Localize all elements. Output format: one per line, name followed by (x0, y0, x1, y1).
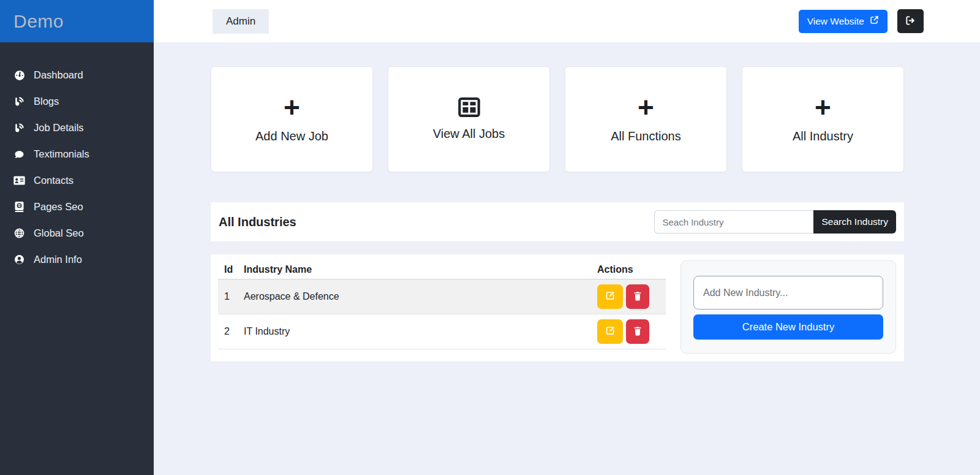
sidebar-item-label: Contacts (34, 175, 74, 186)
delete-industry-button[interactable] (626, 319, 649, 344)
topbar-actions: View Website (799, 9, 924, 33)
comment-icon (13, 149, 25, 159)
card-label: View All Jobs (433, 127, 505, 141)
sidebar-item-admin-info[interactable]: Admin Info (0, 246, 154, 273)
plus-icon: + (815, 95, 831, 120)
industry-id: 2 (218, 326, 239, 337)
edit-industry-button[interactable] (597, 284, 623, 309)
row-actions (597, 284, 666, 309)
sidebar-item-textimonials[interactable]: Textimonials (0, 141, 154, 167)
industry-name: IT Industry (239, 326, 597, 337)
search-industry-button[interactable]: Search Industry (813, 210, 896, 234)
table-row: 2 IT Industry (218, 314, 666, 349)
sidebar-item-label: Blogs (34, 96, 59, 107)
external-link-icon (870, 15, 879, 27)
sidebar-nav: Dashboard Blogs Job Details Textimonials (0, 42, 154, 273)
globe-icon (13, 228, 25, 238)
row-actions (597, 319, 666, 344)
industry-id: 1 (218, 291, 239, 302)
table-icon (458, 97, 480, 117)
view-website-label: View Website (807, 16, 864, 27)
header-actions: Actions (597, 264, 666, 275)
sidebar-item-label: Dashboard (34, 69, 83, 81)
edit-icon (605, 325, 616, 338)
address-card-icon (13, 175, 25, 186)
sidebar-item-label: Textimonials (34, 148, 89, 160)
sidebar-item-dashboard[interactable]: Dashboard (0, 62, 154, 88)
card-label: Add New Job (255, 129, 328, 143)
sidebar-item-label: Admin Info (34, 254, 82, 265)
atlas-icon (13, 202, 25, 212)
shortcut-cards: + Add New Job View All Jobs + All Functi… (211, 66, 904, 172)
sidebar-item-blogs[interactable]: Blogs (0, 88, 154, 115)
plus-icon: + (284, 95, 300, 120)
card-label: All Industry (793, 129, 853, 143)
main-content: + Add New Job View All Jobs + All Functi… (154, 42, 980, 475)
create-new-industry-button[interactable]: Create New Industry (693, 314, 883, 340)
trash-icon (633, 326, 642, 338)
sign-out-icon (905, 15, 916, 28)
admin-breadcrumb[interactable]: Admin (213, 9, 269, 34)
sidebar-item-label: Job Details (34, 122, 84, 134)
brand-header: Demo (0, 0, 154, 42)
sidebar-item-label: Pages Seo (34, 201, 83, 213)
view-website-button[interactable]: View Website (799, 10, 888, 33)
section-title: All Industries (219, 215, 296, 229)
header-id: Id (218, 264, 239, 275)
header-industry-name: Industry Name (239, 264, 597, 275)
brand-title: Demo (13, 11, 64, 32)
table-header-row: Id Industry Name Actions (218, 260, 666, 279)
topbar: Admin View Website (154, 0, 980, 42)
all-functions-card[interactable]: + All Functions (565, 66, 727, 172)
add-new-job-card[interactable]: + Add New Job (211, 66, 373, 172)
sidebar-item-global-seo[interactable]: Global Seo (0, 220, 154, 246)
blog-icon (13, 123, 25, 133)
industries-table: Id Industry Name Actions 1 Aerospace & D… (218, 260, 666, 362)
sidebar: Demo Dashboard Blogs Job Details Textim (0, 0, 154, 475)
blog-icon (13, 96, 25, 107)
table-row: 1 Aerospace & Defence (218, 279, 666, 314)
edit-icon (605, 291, 616, 303)
delete-industry-button[interactable] (626, 284, 649, 309)
industry-name: Aerospace & Defence (239, 291, 597, 302)
tachometer-icon (13, 70, 25, 80)
card-label: All Functions (611, 129, 681, 143)
sidebar-item-label: Global Seo (34, 227, 84, 239)
logout-button[interactable] (897, 9, 924, 33)
sidebar-item-pages-seo[interactable]: Pages Seo (0, 194, 154, 220)
sidebar-item-contacts[interactable]: Contacts (0, 167, 154, 194)
trash-icon (633, 291, 642, 303)
add-industry-input[interactable] (693, 276, 883, 310)
plus-icon: + (638, 95, 654, 120)
view-all-jobs-card[interactable]: View All Jobs (388, 66, 550, 172)
industry-search-group: Search Industry (654, 210, 896, 234)
all-industry-card[interactable]: + All Industry (742, 66, 904, 172)
user-circle-icon (13, 254, 25, 265)
industries-table-card: Id Industry Name Actions 1 Aerospace & D… (211, 254, 904, 362)
industries-header-bar: All Industries Search Industry (211, 202, 904, 241)
sidebar-item-job-details[interactable]: Job Details (0, 115, 154, 141)
industry-search-input[interactable] (654, 210, 813, 234)
add-industry-panel: Create New Industry (680, 260, 896, 354)
edit-industry-button[interactable] (597, 319, 623, 344)
